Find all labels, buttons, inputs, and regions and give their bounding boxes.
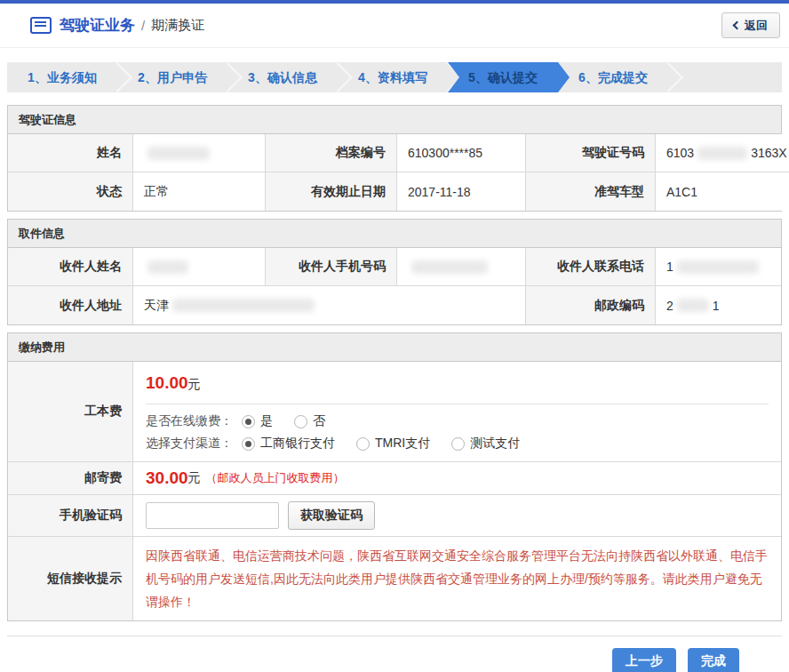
step-tab-2[interactable]: 2、用户申告 [117,62,227,92]
phone-prefix: 1 [666,260,673,274]
mail-fee-value: 30.00元 （邮政人员上门收取费用） [133,462,781,495]
finish-button[interactable]: 完成 [688,648,739,672]
address-prefix: 天津 [144,298,169,314]
page-header: 驾驶证业务 / 期满换证 返回 [0,4,789,48]
base-fee-label: 工本费 [8,362,133,462]
pickup-info-table: 收件人姓名 收件人手机号码 收件人联系电话 1 收件人地址 天津 邮政编码 21 [8,248,781,324]
license-no-value: 61033163X [656,134,789,172]
step-tab-5[interactable]: 5、确认提交 [448,62,558,92]
name-value [133,134,266,172]
radio-icon[interactable] [451,437,465,451]
base-fee-amount-line: 10.00元 [146,373,769,393]
radio-option-channel-tmri[interactable]: TMRI支付 [356,436,430,452]
recipient-address-value: 天津 [133,286,526,324]
recipient-address-label: 收件人地址 [8,286,133,324]
step-wizard: 1、业务须知 2、用户申告 3、确认信息 4、资料填写 5、确认提交 6、完成提… [7,62,782,92]
chevron-left-icon [733,21,742,30]
pay-channel-question: 选择支付渠道： [146,436,233,452]
radio-option-online-yes[interactable]: 是 [242,413,273,429]
mail-fee-unit: 元 [188,470,201,486]
step-tab-4[interactable]: 4、资料填写 [338,62,448,92]
radio-icon[interactable] [242,415,255,428]
online-pay-question-row: 是否在线缴费： 是 否 [146,413,769,429]
recipient-name-label: 收件人姓名 [8,248,133,286]
step-label: 6、完成提交 [578,70,648,84]
archive-no-value: 610300****85 [397,134,526,172]
license-info-section: 驾驶证信息 姓名 档案编号 610300****85 驾驶证号码 6103316… [7,105,782,212]
radio-icon[interactable] [294,415,307,428]
redacted-value [697,147,747,160]
license-card-icon [30,17,52,34]
fees-table: 工本费 10.00元 是否在线缴费： 是 否 选择支付渠道： [8,362,781,620]
step-label: 3、确认信息 [248,70,317,84]
back-button-label: 返回 [745,18,768,34]
postcode-label: 邮政编码 [526,286,656,324]
page-title: 驾驶证业务 [60,15,135,36]
online-pay-question: 是否在线缴费： [146,413,233,429]
previous-step-button[interactable]: 上一步 [612,648,676,672]
get-sms-code-button[interactable]: 获取验证码 [288,501,375,530]
redacted-value [411,260,488,274]
redacted-value [677,260,759,274]
radio-label: 工商银行支付 [260,436,335,452]
radio-option-channel-icbc[interactable]: 工商银行支付 [242,436,335,452]
radio-label: 测试支付 [470,436,520,452]
step-tab-6[interactable]: 6、完成提交 [558,62,668,92]
base-fee-unit: 元 [188,377,201,391]
mail-fee-note: （邮政人员上门收取费用） [206,470,345,486]
sms-notice-text: 因陕西省联通、电信运营商技术问题，陕西省互联网交通安全综合服务管理平台无法向持陕… [133,537,781,620]
license-section-title: 驾驶证信息 [8,106,781,134]
step-label: 5、确认提交 [468,70,538,84]
license-no-label: 驾驶证号码 [526,134,656,172]
breadcrumb-current: 期满换证 [151,17,204,34]
postcode-value: 21 [656,286,781,324]
redacted-value [172,299,315,312]
license-no-prefix: 6103 [666,146,694,160]
sms-code-row: 获取验证码 [133,495,781,537]
base-fee-value: 10.00元 是否在线缴费： 是 否 选择支付渠道： 工商银行支付 [133,362,781,462]
radio-label: 否 [313,413,325,429]
vehicle-class-label: 准驾车型 [526,172,656,211]
step-label: 4、资料填写 [358,70,427,84]
vehicle-class-value: A1C1 [656,172,789,211]
step-tab-3[interactable]: 3、确认信息 [227,62,338,92]
license-no-suffix: 3163X [751,146,786,160]
radio-icon[interactable] [356,437,370,451]
recipient-mobile-value [397,248,526,286]
fees-section-title: 缴纳费用 [8,333,781,362]
status-value: 正常 [133,172,266,211]
step-tab-1[interactable]: 1、业务须知 [7,62,117,92]
recipient-mobile-label: 收件人手机号码 [266,248,397,286]
step-separator-icon [653,62,683,92]
expiry-label: 有效期止日期 [266,172,397,211]
redacted-value [677,299,709,312]
back-button[interactable]: 返回 [721,12,780,38]
postcode-suffix: 1 [713,299,720,313]
base-fee-amount: 10.00 [146,373,188,392]
sms-notice-label: 短信接收提示 [8,537,133,620]
mail-fee-label: 邮寄费 [8,462,133,495]
sms-code-label: 手机验证码 [8,495,133,537]
radio-option-online-no[interactable]: 否 [294,413,325,429]
step-label: 2、用户申告 [138,70,207,84]
expiry-value: 2017-11-18 [397,172,526,211]
footer-actions: 上一步 完成 [7,636,782,672]
sms-code-input[interactable] [146,502,279,529]
pickup-info-section: 取件信息 收件人姓名 收件人手机号码 收件人联系电话 1 收件人地址 天津 邮政… [7,219,782,325]
fees-section: 缴纳费用 工本费 10.00元 是否在线缴费： 是 否 选择支付渠道： [7,332,782,621]
step-label: 1、业务须知 [28,70,97,84]
radio-icon[interactable] [242,437,255,451]
radio-option-channel-test[interactable]: 测试支付 [451,436,520,452]
mail-fee-amount: 30.00 [146,468,188,488]
pay-channel-question-row: 选择支付渠道： 工商银行支付 TMRI支付 测试支付 [146,436,769,452]
recipient-phone-label: 收件人联系电话 [526,248,656,286]
license-info-table: 姓名 档案编号 610300****85 驾驶证号码 61033163X 状态 … [8,134,781,211]
pickup-section-title: 取件信息 [8,220,781,248]
postcode-prefix: 2 [666,299,673,313]
radio-label: TMRI支付 [375,436,430,452]
divider [146,404,769,404]
status-label: 状态 [8,172,133,211]
recipient-phone-value: 1 [656,248,781,286]
archive-no-label: 档案编号 [266,134,397,172]
redacted-value [147,147,210,160]
